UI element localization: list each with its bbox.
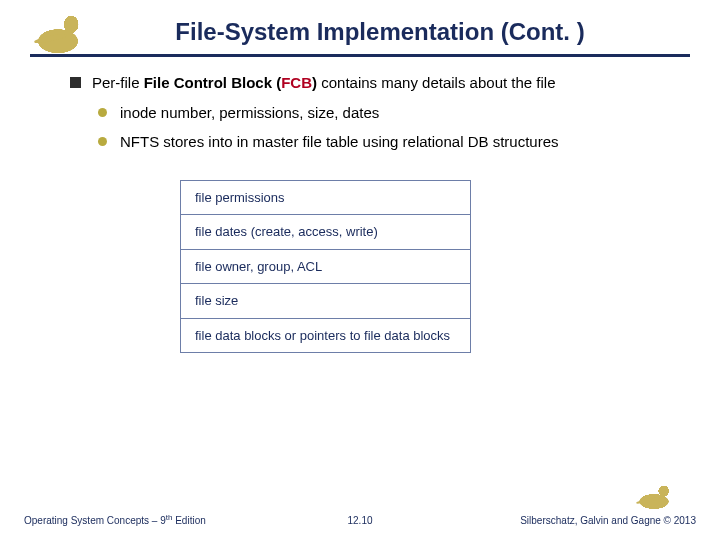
- fig-cell: file data blocks or pointers to file dat…: [181, 318, 471, 353]
- fig-cell: file owner, group, ACL: [181, 249, 471, 284]
- fig-cell: file permissions: [181, 180, 471, 215]
- text: Per-file: [92, 74, 144, 91]
- footer: Operating System Concepts – 9th Edition …: [0, 498, 720, 526]
- subbullet-nfts: NFTS stores into in master file table us…: [98, 132, 660, 152]
- footer-left: Operating System Concepts – 9th Edition: [24, 513, 206, 526]
- table-row: file dates (create, access, write): [181, 215, 471, 250]
- table-row: file data blocks or pointers to file dat…: [181, 318, 471, 353]
- subbullet-inode: inode number, permissions, size, dates: [98, 103, 660, 123]
- table-row: file size: [181, 284, 471, 319]
- fig-cell: file dates (create, access, write): [181, 215, 471, 250]
- footer-left-post: Edition: [172, 515, 205, 526]
- footer-left-pre: Operating System Concepts – 9: [24, 515, 166, 526]
- text: contains many details about the file: [317, 74, 555, 91]
- text-fcb: FCB: [281, 74, 312, 91]
- table-row: file permissions: [181, 180, 471, 215]
- bullet-fcb: Per-file File Control Block (FCB) contai…: [70, 73, 660, 93]
- content-area: Per-file File Control Block (FCB) contai…: [0, 57, 720, 353]
- fcb-structure-table: file permissions file dates (create, acc…: [180, 180, 471, 354]
- footer-right: Silberschatz, Galvin and Gagne © 2013: [520, 515, 696, 526]
- page-title: File-System Implementation (Cont. ): [30, 18, 690, 46]
- fig-cell: file size: [181, 284, 471, 319]
- footer-center: 12.10: [347, 515, 372, 526]
- table-row: file owner, group, ACL: [181, 249, 471, 284]
- text-bold: File Control Block (: [144, 74, 282, 91]
- dinosaur-logo-top: [28, 10, 88, 58]
